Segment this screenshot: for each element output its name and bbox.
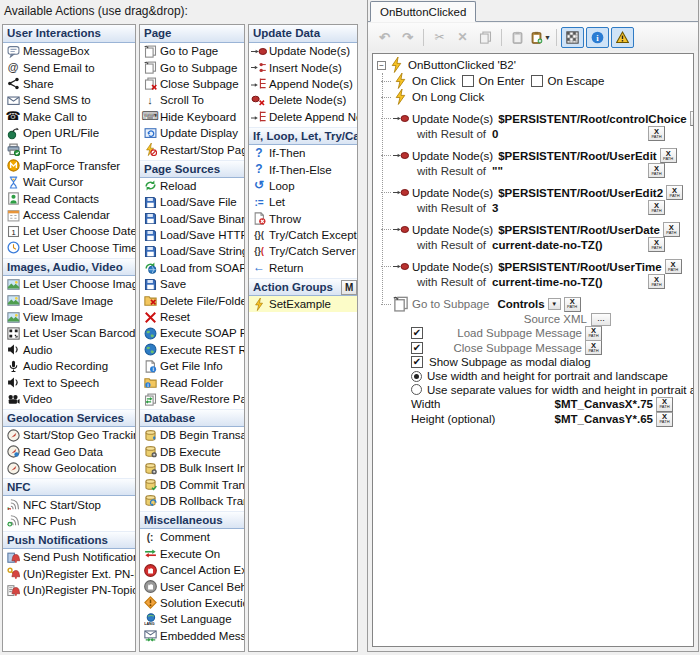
action-item[interactable]: Share	[3, 76, 135, 92]
action-item[interactable]: Insert Node(s)	[249, 59, 357, 75]
browse-button[interactable]: ...	[591, 313, 611, 326]
action-item[interactable]: Execute On	[140, 546, 244, 562]
action-item[interactable]: ?If-Then-Else	[249, 161, 357, 177]
action-item[interactable]: (:Comment	[140, 529, 244, 545]
tree-event-row[interactable]: On ClickOn EnterOn Escape	[373, 73, 693, 89]
tree-event-row[interactable]: On Long Click	[373, 89, 693, 105]
action-item[interactable]: NFC Start/Stop	[3, 496, 135, 512]
action-item[interactable]: Start/Stop Geo Tracking	[3, 427, 135, 443]
action-item[interactable]: Delete Append Nod	[249, 109, 357, 125]
toolbar-undo-button[interactable]: ↶	[373, 27, 396, 48]
on-escape-checkbox[interactable]	[531, 75, 543, 87]
action-item[interactable]: View Image	[3, 309, 135, 325]
action-item[interactable]: Execute SOAP Req	[140, 325, 244, 341]
tree-result-row[interactable]: with Result of3XPATH	[373, 200, 693, 215]
action-item[interactable]: DB Execute	[140, 444, 244, 460]
tree-result-row[interactable]: with Result of0XPATH	[373, 126, 693, 141]
action-item[interactable]: Load/Save Binary	[140, 211, 244, 227]
action-item[interactable]: Close Subpage	[140, 76, 244, 92]
action-item[interactable]: Update Node(s)	[249, 43, 357, 59]
action-item[interactable]: DB Begin Transac	[140, 427, 244, 443]
action-item[interactable]: Restart/Stop Page	[140, 141, 244, 157]
action-item[interactable]: ⌨Hide Keyboard	[140, 109, 244, 125]
action-item[interactable]: Audio Recording	[3, 358, 135, 374]
action-item[interactable]: 1Let User Choose Date	[3, 223, 135, 239]
action-item[interactable]: Let User Scan Barcode	[3, 325, 135, 341]
xpath-button[interactable]: XPATH	[665, 259, 682, 274]
manage-groups-button[interactable]: M	[341, 280, 357, 295]
action-item[interactable]: iGet File Info	[140, 358, 244, 374]
action-item[interactable]: Audio	[3, 342, 135, 358]
action-item[interactable]: Video	[3, 391, 135, 407]
action-item[interactable]: Let User Choose Time	[3, 240, 135, 256]
toolbar-copy-button[interactable]	[474, 27, 497, 48]
action-item[interactable]: Append Node(s)	[249, 76, 357, 92]
action-item[interactable]: NFC Push	[3, 513, 135, 529]
action-item[interactable]: Go to Page	[140, 43, 244, 59]
action-item[interactable]: Load from SOAP	[140, 260, 244, 276]
action-item[interactable]: ?If-Then	[249, 145, 357, 161]
tree-goto-subpage-row[interactable]: Go to SubpageControls▼XPATH	[373, 296, 693, 312]
action-item[interactable]: Throw	[249, 211, 357, 227]
xpath-button[interactable]: XPATH	[648, 200, 665, 215]
action-item[interactable]: Delete Node(s)	[249, 92, 357, 108]
action-item[interactable]: Save	[140, 276, 244, 292]
toolbar-paste-button[interactable]	[506, 27, 529, 48]
xpath-button[interactable]: XPATH	[660, 148, 677, 163]
toolbar-warning-button[interactable]	[611, 27, 634, 48]
tree-action-row[interactable]: Update Node(s)$PERSISTENT/Root/controlCh…	[373, 111, 693, 126]
action-item[interactable]: Show Geolocation	[3, 460, 135, 476]
action-item[interactable]: {}(Try/Catch Server Con	[249, 243, 357, 259]
action-item[interactable]: Print To	[3, 141, 135, 157]
action-item[interactable]: DB Bulk Insert Int	[140, 460, 244, 476]
on-enter-checkbox[interactable]	[462, 75, 474, 87]
action-item[interactable]: Embedded Messa	[140, 628, 244, 644]
xpath-button[interactable]: XPATH	[585, 340, 602, 355]
action-item[interactable]: ↓Scroll To	[140, 92, 244, 108]
xpath-button[interactable]: XPATH	[656, 412, 673, 427]
xpath-button[interactable]: XPATH	[585, 326, 602, 341]
action-item[interactable]: Wait Cursor	[3, 174, 135, 190]
toolbar-cut-button[interactable]: ✂	[428, 27, 451, 48]
action-item[interactable]: Open URL/File	[3, 125, 135, 141]
toolbar-info-button[interactable]: i	[586, 27, 609, 48]
show-subpage-modal-checkbox[interactable]: ✔	[411, 356, 423, 368]
action-item[interactable]: Cancel Action Exe	[140, 562, 244, 578]
action-item[interactable]: Read Geo Data	[3, 444, 135, 460]
toolbar-redo-button[interactable]: ↷	[396, 27, 419, 48]
action-item[interactable]: Save/Restore Pag	[140, 391, 244, 407]
tree-result-row[interactable]: with Result ofcurrent-time-no-TZ()XPATH	[373, 274, 693, 289]
action-item[interactable]: Send SMS to	[3, 92, 135, 108]
action-item[interactable]: LANGSet Language	[140, 611, 244, 627]
action-item[interactable]: Send Push Notification	[3, 549, 135, 565]
action-item[interactable]: Go to Subpage	[140, 59, 244, 75]
size-mode-radio[interactable]	[411, 384, 422, 395]
toolbar-paste-append-button[interactable]: ▼	[529, 27, 552, 48]
xpath-button[interactable]: XPATH	[656, 397, 673, 412]
action-item[interactable]: MapForce Transfer	[3, 158, 135, 174]
action-item[interactable]: {}(Try/Catch Exceptions	[249, 227, 357, 243]
action-item[interactable]: Text to Speech	[3, 374, 135, 390]
action-item[interactable]: Solution Executio	[140, 595, 244, 611]
xpath-button[interactable]: XPATH	[663, 222, 680, 237]
action-item[interactable]: DB Commit Transa	[140, 476, 244, 492]
xpath-button[interactable]: XPATH	[690, 111, 694, 126]
subpage-dropdown-button[interactable]: ▼	[548, 298, 561, 310]
tree-action-row[interactable]: Update Node(s)$PERSISTENT/Root/UserEditX…	[373, 148, 693, 163]
tab-onbuttonclicked[interactable]: OnButtonClicked	[370, 1, 476, 22]
tree-result-row[interactable]: with Result of""XPATH	[373, 163, 693, 178]
action-item[interactable]: @Send Email to	[3, 59, 135, 75]
action-item[interactable]: Load/Save String	[140, 243, 244, 259]
size-mode-radio[interactable]	[411, 371, 422, 382]
action-item[interactable]: iRead Folder	[140, 374, 244, 390]
action-item[interactable]: (Un)Register PN-Topics	[3, 582, 135, 598]
tree-root-row[interactable]: −OnButtonClicked 'B2'	[373, 57, 693, 73]
xpath-button[interactable]: XPATH	[648, 237, 665, 252]
tree-action-row[interactable]: Update Node(s)$PERSISTENT/Root/UserDateX…	[373, 222, 693, 237]
action-item[interactable]: ☎Make Call to	[3, 109, 135, 125]
action-item[interactable]: Delete File/Folder	[140, 292, 244, 308]
action-item[interactable]: Reset	[140, 309, 244, 325]
action-item[interactable]: SetExample	[249, 296, 357, 312]
xpath-button[interactable]: XPATH	[648, 274, 665, 289]
tree-action-row[interactable]: Update Node(s)$PERSISTENT/Root/UserTimeX…	[373, 259, 693, 274]
